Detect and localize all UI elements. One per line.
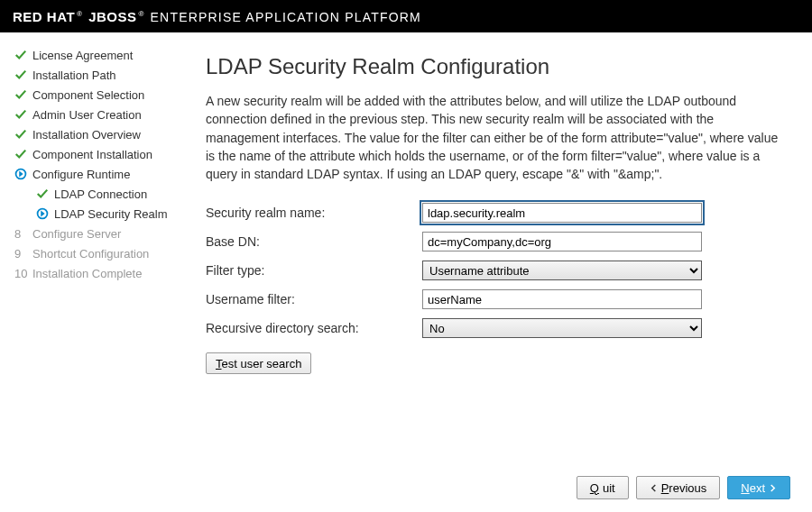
mnemonic: Q [590,481,599,495]
step-label: Configure Server [32,227,121,241]
step-component-selection: Component Selection [14,85,189,105]
row-realm-name: Security realm name: [206,203,785,223]
step-label: LDAP Security Realm [54,207,167,221]
recursive-search-select[interactable]: No [422,318,702,338]
label-recursive-search: Recursive directory search: [206,321,422,335]
label-realm-name: Security realm name: [206,206,422,220]
step-admin-user: Admin User Creation [14,105,189,124]
label-username-filter: Username filter: [206,292,422,306]
label-base-dn: Base DN: [206,234,422,249]
check-icon [14,88,32,101]
step-label: Shortcut Configuration [32,247,149,261]
app-header: RED HAT® JBOSS® ENTERPRISE APPLICATION P… [0,0,812,32]
step-install-path: Installation Path [14,65,189,85]
chevron-right-icon [769,484,777,492]
step-label: Component Selection [32,88,144,102]
username-filter-input[interactable] [422,289,702,309]
content-pane: LDAP Security Realm Configuration A new … [189,32,812,512]
arrow-right-icon [36,207,54,220]
btn-rest: est user search [222,357,302,370]
step-label: Component Installation [32,148,152,161]
quit-button[interactable]: Quit [577,476,629,499]
page-description: A new security realm will be added with … [206,92,783,183]
row-base-dn: Base DN: [206,232,785,251]
check-icon [14,108,32,121]
row-recursive-search: Recursive directory search: No [206,318,785,338]
brand-jboss: JBOSS [88,9,136,24]
brand-redhat: RED HAT [13,9,75,24]
step-label: License Agreement [32,49,133,62]
wizard-footer: Quit Previous Next [577,476,790,499]
check-icon [36,187,54,200]
step-install-complete: 10 Installation Complete [14,263,189,283]
check-icon [14,148,32,160]
btn-rest: revious [669,481,706,495]
btn-rest: uit [603,481,615,495]
btn-rest: ext [750,481,765,495]
check-icon [14,128,32,141]
reg-mark: ® [77,10,82,18]
step-label: Admin User Creation [32,108,142,122]
reg-mark: ® [139,10,144,18]
wizard-sidebar: License Agreement Installation Path Comp… [0,32,189,512]
row-filter-type: Filter type: Username attribute [206,261,785,280]
base-dn-input[interactable] [422,232,702,251]
step-number: 8 [14,227,32,241]
step-number: 10 [14,267,32,280]
step-label: Installation Overview [32,128,141,142]
step-component-install: Component Installation [14,144,189,164]
chevron-left-icon [650,484,658,492]
next-button[interactable]: Next [727,476,790,499]
step-configure-server: 8 Configure Server [14,224,189,243]
test-user-search-button[interactable]: Test user search [206,352,311,374]
header-title: RED HAT® JBOSS® ENTERPRISE APPLICATION P… [13,9,421,24]
brand-rest: ENTERPRISE APPLICATION PLATFORM [151,10,421,24]
realm-name-input[interactable] [422,203,702,223]
check-icon [14,69,32,81]
step-install-overview: Installation Overview [14,124,189,144]
row-username-filter: Username filter: [206,289,785,309]
step-label: LDAP Connection [54,187,147,201]
mnemonic: N [741,481,749,495]
step-configure-runtime: Configure Runtime [14,164,189,184]
filter-type-select[interactable]: Username attribute [422,261,702,280]
step-label: Installation Path [32,69,116,82]
step-shortcut-config: 9 Shortcut Configuration [14,243,189,263]
arrow-right-icon [14,168,32,180]
step-label: Configure Runtime [32,168,130,181]
step-label: Installation Complete [32,267,142,280]
label-filter-type: Filter type: [206,263,422,278]
substep-ldap-security-realm: LDAP Security Realm [14,204,189,224]
previous-button[interactable]: Previous [636,476,721,499]
step-license: License Agreement [14,45,189,65]
check-icon [14,49,32,61]
page-title: LDAP Security Realm Configuration [206,54,785,79]
step-number: 9 [14,247,32,261]
substep-ldap-connection: LDAP Connection [14,184,189,204]
